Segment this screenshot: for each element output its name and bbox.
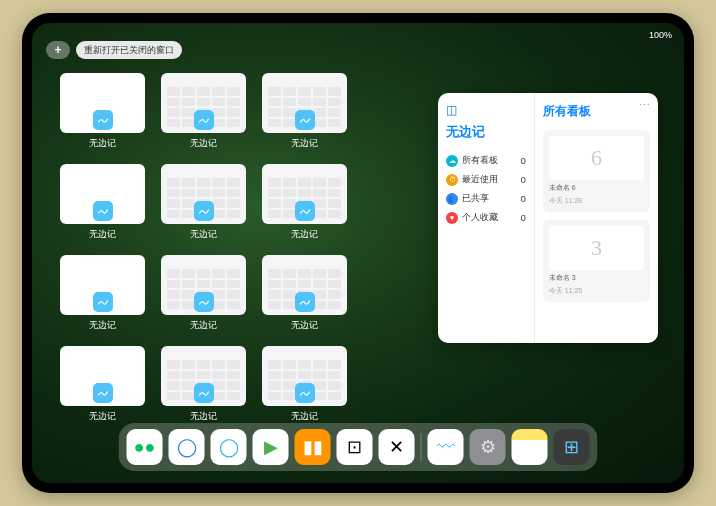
- dock-app-wechat[interactable]: ●●: [127, 429, 163, 465]
- dock-app-books[interactable]: ▮▮: [295, 429, 331, 465]
- window-label: 无边记: [291, 228, 318, 241]
- board-preview: 3: [549, 226, 644, 270]
- board-card[interactable]: 6 未命名 6 今天 11:28: [543, 130, 650, 212]
- window-label: 无边记: [291, 137, 318, 150]
- window-thumbnail[interactable]: [161, 346, 246, 406]
- sidebar-item-label: 个人收藏: [462, 211, 498, 224]
- freeform-app-icon: [295, 110, 315, 130]
- top-chips: + 重新打开已关闭的窗口: [46, 41, 182, 59]
- window-label: 无边记: [89, 319, 116, 332]
- dock-separator: [421, 433, 422, 461]
- window-label: 无边记: [291, 410, 318, 423]
- freeform-app-icon: [295, 292, 315, 312]
- window-thumbnail[interactable]: [60, 346, 145, 406]
- sidebar-item-label: 所有看板: [462, 154, 498, 167]
- window-thumbnail[interactable]: [60, 73, 145, 133]
- board-name: 未命名 3: [549, 273, 644, 283]
- freeform-app-icon: [93, 292, 113, 312]
- window-item[interactable]: 无边记: [161, 164, 246, 241]
- window-label: 无边记: [190, 228, 217, 241]
- dock-app-quark[interactable]: ◯: [169, 429, 205, 465]
- sidebar-toggle-icon[interactable]: ◫: [446, 103, 526, 117]
- window-label: 无边记: [190, 319, 217, 332]
- window-thumbnail[interactable]: [262, 255, 347, 315]
- add-window-button[interactable]: +: [46, 41, 70, 59]
- sidebar-item-已共享[interactable]: 👥已共享 0: [446, 189, 526, 208]
- category-icon: ♥: [446, 212, 458, 224]
- dock-app-dice[interactable]: ⊡: [337, 429, 373, 465]
- window-item[interactable]: 无边记: [262, 164, 347, 241]
- window-item[interactable]: 无边记: [60, 346, 145, 423]
- sidebar-item-count: 0: [521, 213, 526, 223]
- sidebar-item-所有看板[interactable]: ☁所有看板 0: [446, 151, 526, 170]
- window-thumbnail[interactable]: [60, 164, 145, 224]
- sidebar-item-count: 0: [521, 156, 526, 166]
- sidebar-item-label: 最近使用: [462, 173, 498, 186]
- dock-app-qqbrowser[interactable]: ◯: [211, 429, 247, 465]
- freeform-app-icon: [295, 383, 315, 403]
- window-thumbnail[interactable]: [161, 164, 246, 224]
- window-item[interactable]: 无边记: [161, 255, 246, 332]
- category-icon: ⏱: [446, 174, 458, 186]
- freeform-app-icon: [93, 201, 113, 221]
- dock-app-notes[interactable]: [512, 429, 548, 465]
- window-label: 无边记: [190, 410, 217, 423]
- window-item[interactable]: 无边记: [60, 164, 145, 241]
- board-time: 今天 11:25: [549, 286, 644, 296]
- window-item[interactable]: 无边记: [262, 255, 347, 332]
- window-item[interactable]: 无边记: [262, 346, 347, 423]
- window-item[interactable]: 无边记: [161, 73, 246, 150]
- window-thumbnail[interactable]: [262, 73, 347, 133]
- dock-app-settings[interactable]: ⚙: [470, 429, 506, 465]
- window-thumbnail[interactable]: [262, 164, 347, 224]
- board-name: 未命名 6: [549, 183, 644, 193]
- sidebar-item-label: 已共享: [462, 192, 489, 205]
- freeform-app-icon: [93, 110, 113, 130]
- ipad-frame: 100% + 重新打开已关闭的窗口 无边记无边记无边记无边记无边记无边记无边记无…: [22, 13, 694, 493]
- dock: ●●◯◯▶▮▮⊡✕〰⚙⊞: [119, 423, 598, 471]
- window-grid: 无边记无边记无边记无边记无边记无边记无边记无边记无边记无边记无边记无边记: [60, 73, 347, 423]
- freeform-app-icon: [93, 383, 113, 403]
- reopen-closed-window-button[interactable]: 重新打开已关闭的窗口: [76, 41, 182, 59]
- window-thumbnail[interactable]: [60, 255, 145, 315]
- board-card[interactable]: 3 未命名 3 今天 11:25: [543, 220, 650, 302]
- window-label: 无边记: [190, 137, 217, 150]
- dock-app-play[interactable]: ▶: [253, 429, 289, 465]
- window-item[interactable]: 无边记: [161, 346, 246, 423]
- board-time: 今天 11:28: [549, 196, 644, 206]
- window-label: 无边记: [291, 319, 318, 332]
- freeform-app-icon: [194, 201, 214, 221]
- window-thumbnail[interactable]: [161, 73, 246, 133]
- dock-app-multitask[interactable]: ⊞: [554, 429, 590, 465]
- category-icon: ☁: [446, 155, 458, 167]
- sidebar-item-最近使用[interactable]: ⏱最近使用 0: [446, 170, 526, 189]
- freeform-app-icon: [194, 292, 214, 312]
- window-thumbnail[interactable]: [262, 346, 347, 406]
- window-item[interactable]: 无边记: [262, 73, 347, 150]
- freeform-app-icon: [194, 383, 214, 403]
- sidebar-item-个人收藏[interactable]: ♥个人收藏 0: [446, 208, 526, 227]
- window-thumbnail[interactable]: [161, 255, 246, 315]
- board-preview: 6: [549, 136, 644, 180]
- dock-app-share[interactable]: ✕: [379, 429, 415, 465]
- window-label: 无边记: [89, 137, 116, 150]
- category-icon: 👥: [446, 193, 458, 205]
- panel-sidebar: ◫ 无边记 ☁所有看板 0 ⏱最近使用 0 👥已共享 0 ♥个人收藏 0: [438, 93, 535, 343]
- panel-content: 所有看板 6 未命名 6 今天 11:28 3 未命名 3 今天 11:25: [535, 93, 658, 343]
- window-label: 无边记: [89, 228, 116, 241]
- dock-app-freeform[interactable]: 〰: [428, 429, 464, 465]
- sidebar-item-count: 0: [521, 194, 526, 204]
- freeform-app-icon: [194, 110, 214, 130]
- screen: 100% + 重新打开已关闭的窗口 无边记无边记无边记无边记无边记无边记无边记无…: [32, 23, 684, 483]
- panel-right-title: 所有看板: [543, 103, 650, 120]
- sidebar-item-count: 0: [521, 175, 526, 185]
- status-battery: 100%: [649, 30, 672, 40]
- window-item[interactable]: 无边记: [60, 73, 145, 150]
- freeform-app-icon: [295, 201, 315, 221]
- panel-title: 无边记: [446, 123, 526, 141]
- freeform-panel[interactable]: ⋯ ◫ 无边记 ☁所有看板 0 ⏱最近使用 0 👥已共享 0 ♥个人收藏 0 所…: [438, 93, 658, 343]
- window-item[interactable]: 无边记: [60, 255, 145, 332]
- window-label: 无边记: [89, 410, 116, 423]
- more-icon[interactable]: ⋯: [639, 99, 650, 112]
